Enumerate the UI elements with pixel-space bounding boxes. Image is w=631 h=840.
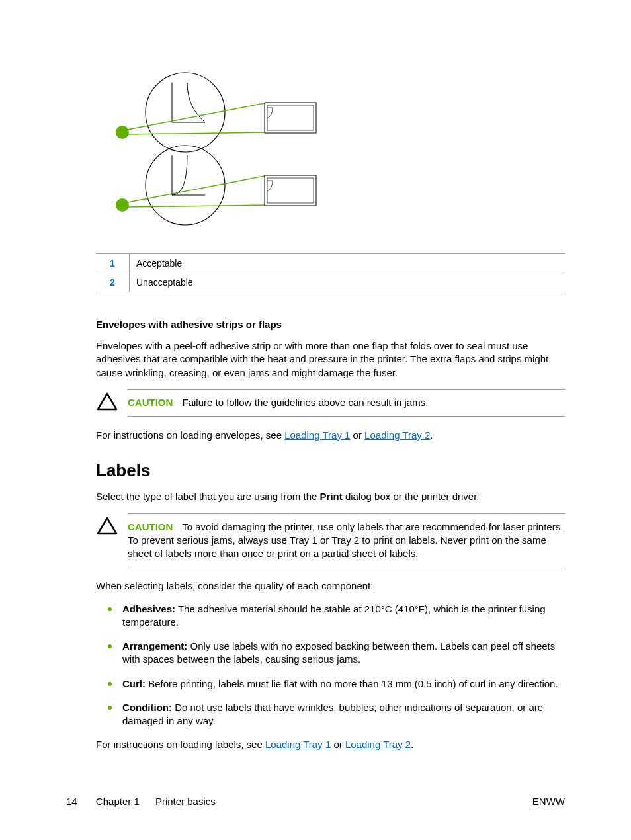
- list-item: Curl: Before printing, labels must lie f…: [96, 677, 565, 691]
- caution-note: CAUTION Failure to follow the guidelines…: [96, 389, 565, 417]
- legend-text: Unacceptable: [130, 273, 566, 292]
- caution-text: Failure to follow the guidelines above c…: [183, 397, 429, 408]
- svg-line-8: [128, 175, 268, 202]
- envelope-diagram: [96, 60, 565, 233]
- caution-text: To avoid damaging the printer, use only …: [128, 521, 563, 560]
- paragraph: Select the type of label that you are us…: [96, 490, 565, 503]
- link-loading-tray-1[interactable]: Loading Tray 1: [265, 739, 331, 750]
- list-item: Adhesives: The adhesive material should …: [96, 603, 565, 630]
- svg-rect-4: [265, 103, 316, 133]
- caution-label: CAUTION: [128, 397, 173, 408]
- svg-line-2: [128, 103, 268, 130]
- paragraph: When selecting labels, consider the qual…: [96, 579, 565, 593]
- svg-point-6: [116, 198, 129, 212]
- page-number: 14: [66, 796, 77, 807]
- paragraph: Envelopes with a peel-off adhesive strip…: [96, 339, 565, 380]
- caution-icon: [96, 389, 118, 413]
- list-item: Arrangement: Only use labels with no exp…: [96, 640, 565, 667]
- link-loading-tray-2[interactable]: Loading Tray 2: [345, 739, 411, 750]
- svg-point-7: [146, 146, 225, 225]
- section-heading: Labels: [96, 460, 565, 481]
- caution-icon: [96, 513, 118, 538]
- caution-label: CAUTION: [128, 521, 173, 532]
- table-row: 2 Unacceptable: [96, 273, 565, 292]
- svg-point-0: [116, 126, 129, 139]
- bullet-list: Adhesives: The adhesive material should …: [96, 603, 565, 728]
- svg-rect-10: [265, 175, 316, 206]
- chapter-title: Printer basics: [155, 796, 216, 807]
- legend-table: 1 Acceptable 2 Unacceptable: [96, 253, 565, 292]
- paragraph: For instructions on loading envelopes, s…: [96, 429, 565, 442]
- caution-note: CAUTION To avoid damaging the printer, u…: [96, 513, 565, 568]
- table-row: 1 Acceptable: [96, 254, 565, 273]
- page-footer: 14 Chapter 1 Printer basics ENWW: [66, 796, 565, 807]
- svg-line-3: [128, 132, 268, 134]
- legend-text: Acceptable: [130, 254, 566, 273]
- legend-number: 2: [96, 273, 130, 292]
- list-item: Condition: Do not use labels that have w…: [96, 701, 565, 728]
- link-loading-tray-2[interactable]: Loading Tray 2: [364, 429, 430, 441]
- paragraph: For instructions on loading labels, see …: [96, 738, 565, 751]
- footer-right: ENWW: [532, 796, 565, 807]
- link-loading-tray-1[interactable]: Loading Tray 1: [284, 429, 350, 441]
- svg-point-1: [146, 73, 225, 152]
- legend-number: 1: [96, 254, 130, 273]
- chapter-label: Chapter 1: [96, 796, 140, 807]
- sub-heading: Envelopes with adhesive strips or flaps: [96, 319, 565, 330]
- svg-line-9: [128, 205, 268, 207]
